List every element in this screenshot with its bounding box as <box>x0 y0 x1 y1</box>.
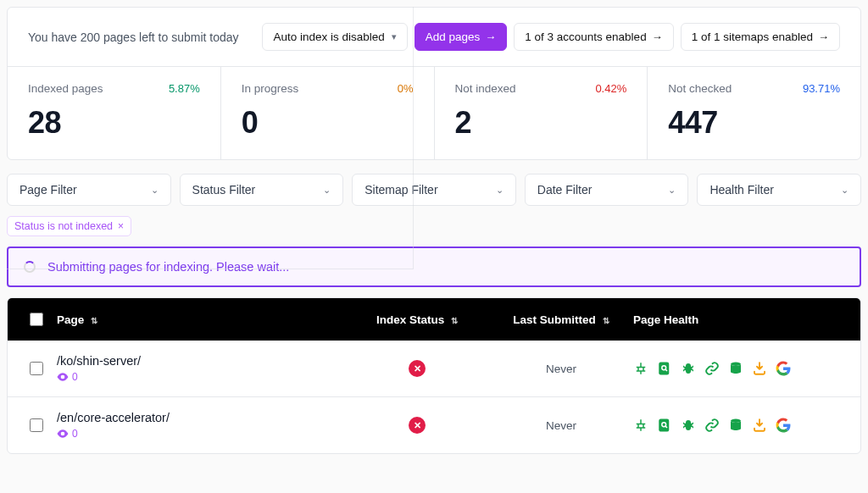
page-filter[interactable]: Page Filter ⌄ <box>7 174 171 206</box>
col-page-health: Page Health <box>633 313 842 326</box>
filter-row: Page Filter ⌄ Status Filter ⌄ Sitemap Fi… <box>7 174 861 206</box>
stat-label: Indexed pages <box>28 82 103 95</box>
stat-label: Not indexed <box>455 82 516 95</box>
link-icon[interactable] <box>704 361 720 376</box>
stat-label: In progress <box>242 82 299 95</box>
accounts-label: 1 of 3 accounts enabled <box>525 30 646 43</box>
search-doc-icon[interactable] <box>657 361 672 376</box>
health-icons <box>633 418 842 433</box>
arrow-right-icon: → <box>652 31 663 42</box>
chevron-down-icon: ⌄ <box>496 185 504 196</box>
sort-icon: ⇅ <box>91 316 97 325</box>
chevron-down-icon: ⌄ <box>323 185 331 196</box>
download-icon[interactable] <box>752 418 767 433</box>
col-last-submitted[interactable]: Last Submitted ⇅ <box>489 313 633 326</box>
bug-icon[interactable] <box>681 418 696 433</box>
sitemap-filter[interactable]: Sitemap Filter ⌄ <box>352 174 516 206</box>
sitemap-icon[interactable] <box>633 361 648 376</box>
svg-rect-4 <box>659 419 669 432</box>
stat-pct: 0.42% <box>595 82 626 95</box>
bug-icon[interactable] <box>681 361 696 376</box>
auto-index-toggle[interactable]: Auto index is disabled ▾ <box>262 23 407 51</box>
stat-value: 28 <box>28 105 200 141</box>
summary-header: You have 200 pages left to submit today … <box>8 8 860 66</box>
col-page[interactable]: Page ⇅ <box>57 313 345 326</box>
sitemap-icon[interactable] <box>633 418 648 433</box>
sort-icon: ⇅ <box>451 316 458 325</box>
select-all-checkbox[interactable] <box>30 313 43 326</box>
col-label: Index Status <box>376 313 444 326</box>
col-label: Page Health <box>633 313 698 326</box>
quota-text: You have 200 pages left to submit today <box>28 30 239 44</box>
filter-label: Date Filter <box>537 183 593 197</box>
date-filter[interactable]: Date Filter ⌄ <box>525 174 689 206</box>
header-actions: Auto index is disabled ▾ Add pages → 1 o… <box>262 23 840 51</box>
google-icon[interactable] <box>776 361 791 376</box>
views-count: 0 <box>72 371 78 383</box>
filter-label: Sitemap Filter <box>364 183 437 197</box>
stat-pct: 0% <box>398 82 414 95</box>
chip-label: Status is not indexed <box>14 220 113 232</box>
active-filters: Status is not indexed × <box>7 216 861 236</box>
database-icon[interactable] <box>728 361 743 376</box>
filter-label: Health Filter <box>709 183 773 197</box>
stat-not-indexed[interactable]: Not indexed 0.42% 2 <box>435 67 648 159</box>
col-index-status[interactable]: Index Status ⇅ <box>345 313 489 326</box>
stat-not-checked[interactable]: Not checked 93.71% 447 <box>648 67 860 159</box>
svg-rect-0 <box>659 363 669 375</box>
table-row: /ko/shin-server/ 0 ✕ Never <box>8 341 860 396</box>
sitemaps-button[interactable]: 1 of 1 sitemaps enabled → <box>681 23 840 51</box>
stat-in-progress[interactable]: In progress 0% 0 <box>221 67 435 159</box>
filter-label: Page Filter <box>19 183 77 197</box>
chevron-down-icon: ⌄ <box>668 185 676 196</box>
filter-chip[interactable]: Status is not indexed × <box>7 216 131 236</box>
row-checkbox[interactable] <box>30 362 43 375</box>
status-error-icon: ✕ <box>409 360 426 377</box>
page-views: 0 <box>57 371 345 383</box>
add-pages-button[interactable]: Add pages → <box>415 23 508 51</box>
chevron-down-icon: ⌄ <box>151 185 159 196</box>
last-submitted: Never <box>546 419 576 432</box>
status-filter[interactable]: Status Filter ⌄ <box>180 174 344 206</box>
filter-label: Status Filter <box>192 183 256 197</box>
stat-pct: 5.87% <box>169 82 200 95</box>
page-path[interactable]: /ko/shin-server/ <box>57 354 345 368</box>
stats-row: Indexed pages 5.87% 28 In progress 0% 0 … <box>8 66 860 159</box>
spinner-icon <box>24 261 36 273</box>
last-submitted: Never <box>546 363 576 375</box>
table-header: Page ⇅ Index Status ⇅ Last Submitted ⇅ P… <box>8 298 860 341</box>
search-doc-icon[interactable] <box>657 418 672 433</box>
col-label: Page <box>57 313 84 326</box>
database-icon[interactable] <box>728 418 743 433</box>
stat-label: Not checked <box>668 82 732 95</box>
banner-text: Submitting pages for indexing. Please wa… <box>47 260 289 274</box>
chevron-down-icon: ⌄ <box>841 185 849 196</box>
submitting-banner: Submitting pages for indexing. Please wa… <box>7 246 861 287</box>
page-views: 0 <box>57 428 345 440</box>
arrow-right-icon: → <box>485 31 496 42</box>
status-error-icon: ✕ <box>409 417 426 434</box>
summary-card: You have 200 pages left to submit today … <box>7 7 861 160</box>
pages-table: Page ⇅ Index Status ⇅ Last Submitted ⇅ P… <box>7 297 861 454</box>
download-icon[interactable] <box>752 361 767 376</box>
svg-point-3 <box>731 363 741 367</box>
health-icons <box>633 361 842 376</box>
stat-pct: 93.71% <box>803 82 840 95</box>
stat-value: 2 <box>455 105 627 141</box>
auto-index-label: Auto index is disabled <box>273 30 384 43</box>
google-icon[interactable] <box>776 418 791 433</box>
row-checkbox[interactable] <box>30 418 43 432</box>
sitemaps-label: 1 of 1 sitemaps enabled <box>692 30 813 43</box>
accounts-button[interactable]: 1 of 3 accounts enabled → <box>514 23 673 51</box>
chevron-down-icon: ▾ <box>392 31 397 42</box>
table-row: /en/core-accelerator/ 0 ✕ Never <box>8 396 860 453</box>
link-icon[interactable] <box>704 418 720 433</box>
close-icon[interactable]: × <box>118 221 124 231</box>
page-path[interactable]: /en/core-accelerator/ <box>57 411 345 424</box>
health-filter[interactable]: Health Filter ⌄ <box>697 174 861 206</box>
eye-icon <box>57 429 69 438</box>
stat-indexed[interactable]: Indexed pages 5.87% 28 <box>8 67 221 159</box>
col-label: Last Submitted <box>513 313 596 326</box>
arrow-right-icon: → <box>818 31 829 42</box>
stat-value: 0 <box>242 105 414 141</box>
